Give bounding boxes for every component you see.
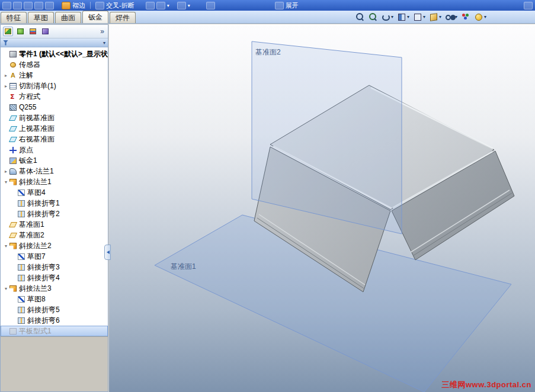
tree-item[interactable]: 平板型式1 — [1, 326, 108, 336]
section-view-button[interactable]: ▾ — [396, 12, 411, 21]
tree-item[interactable]: 草图8 — [1, 294, 108, 304]
dropdown-arrow-icon[interactable]: ▾ — [188, 3, 190, 8]
filter-dropdown-arrow-icon[interactable]: ▾ — [103, 40, 105, 46]
tree-item-label: 基准面2 — [19, 230, 44, 240]
tree-item[interactable]: 草图7 — [1, 251, 108, 262]
feature-manager-tab-icon[interactable] — [3, 27, 13, 36]
tree-item[interactable]: 基准面1 — [1, 219, 108, 230]
expand-arrow-icon[interactable]: ▸ — [3, 169, 9, 174]
previous-view-button[interactable]: ▾ — [380, 12, 395, 21]
property-manager-tab-icon[interactable] — [15, 27, 25, 36]
toolbar-icon[interactable] — [206, 2, 215, 9]
section-view-icon — [397, 12, 406, 21]
tree-item[interactable]: 斜接折弯6 — [1, 315, 108, 326]
apply-scene-button[interactable]: ▾ — [473, 12, 488, 21]
toolbar-icon[interactable] — [2, 2, 11, 9]
toolbar-icon[interactable] — [24, 2, 33, 9]
expand-arrow-icon[interactable]: ▸ — [3, 83, 9, 89]
toolbar-icon[interactable] — [156, 2, 165, 9]
tab-weldments[interactable]: 焊件 — [110, 12, 136, 23]
toolbar-icon[interactable] — [45, 2, 54, 9]
miter-flange-icon — [9, 285, 17, 293]
edit-appearance-button[interactable] — [460, 12, 472, 21]
tree-indent — [1, 107, 3, 108]
tab-sheet-metal[interactable]: 钣金 — [82, 11, 108, 23]
tree-item[interactable]: 斜接折弯2 — [1, 208, 108, 219]
tree-item[interactable]: 斜接折弯5 — [1, 304, 108, 315]
hide-show-items-icon — [445, 12, 454, 21]
hide-show-items-button[interactable]: ▾ — [444, 12, 459, 21]
tree-item[interactable]: 上视基准面 — [1, 123, 108, 134]
toolbar-icon[interactable] — [34, 2, 43, 9]
tree-item[interactable]: 右视基准面 — [1, 134, 108, 144]
tree-item[interactable]: ▸注解 — [1, 70, 108, 81]
expand-arrow-icon[interactable]: ▾ — [3, 179, 9, 185]
dropdown-arrow-icon[interactable]: ▾ — [484, 14, 486, 20]
dropdown-arrow-icon[interactable]: ▾ — [455, 14, 457, 20]
toolbar-icon[interactable] — [524, 2, 533, 9]
panel-overflow-button[interactable]: » — [100, 27, 105, 36]
tree-item-label: 方程式 — [19, 92, 40, 102]
tree-item[interactable]: ▸基体-法兰1 — [1, 166, 108, 176]
configuration-manager-tab-icon[interactable] — [28, 27, 38, 36]
sketch-icon — [17, 253, 25, 261]
display-style-button[interactable]: ▾ — [428, 12, 443, 21]
origin-icon — [9, 146, 17, 154]
tree-item[interactable]: ▸切割清单(1) — [1, 81, 108, 91]
tab-features[interactable]: 特征 — [1, 12, 27, 23]
zoom-fit-button[interactable] — [354, 12, 366, 21]
panel-collapse-tab[interactable] — [104, 245, 111, 260]
tree-item[interactable]: ▾斜接法兰1 — [1, 176, 108, 187]
dropdown-arrow-icon[interactable]: ▾ — [167, 3, 169, 8]
tree-item-label: 斜接折弯3 — [27, 262, 60, 272]
tree-item-label: Q255 — [19, 103, 36, 111]
zoom-area-icon — [368, 12, 377, 21]
miter-flange-icon — [9, 178, 17, 186]
unfold-button[interactable]: 展开 — [274, 1, 300, 10]
tree-item-label: 原点 — [19, 145, 33, 155]
tree-item[interactable]: ▾斜接法兰3 — [1, 283, 108, 294]
tab-surfaces[interactable]: 曲面 — [55, 12, 81, 23]
hem-button[interactable]: 褶边 — [60, 1, 87, 10]
expand-arrow-icon[interactable]: ▾ — [3, 286, 9, 291]
dropdown-arrow-icon[interactable]: ▾ — [391, 14, 393, 20]
tree-item-label: 基准面1 — [19, 220, 44, 230]
zoom-area-button[interactable] — [367, 12, 379, 21]
toolbar-icon[interactable] — [13, 2, 22, 9]
viewport-canvas[interactable]: 基准面1 基准面2 — [109, 24, 535, 392]
view-orientation-button[interactable]: ▾ — [412, 12, 427, 21]
tree-item[interactable]: 前视基准面 — [1, 113, 108, 123]
dropdown-arrow-icon[interactable]: ▾ — [407, 14, 409, 20]
tree-item[interactable]: 斜接折弯1 — [1, 198, 108, 208]
expand-arrow-icon[interactable]: ▸ — [3, 73, 9, 78]
tree-item[interactable]: Q255 — [1, 102, 108, 113]
tree-indent — [1, 331, 3, 332]
dropdown-arrow-icon[interactable]: ▾ — [439, 14, 441, 20]
tree-item[interactable]: ▾斜接法兰2 — [1, 240, 108, 251]
part-icon — [9, 50, 17, 58]
tree-item[interactable]: 草图4 — [1, 187, 108, 198]
toolbar-icon[interactable] — [177, 2, 186, 9]
tree-item[interactable]: 斜接折弯3 — [1, 262, 108, 272]
material-icon — [9, 104, 17, 111]
sheet-metal-icon — [9, 157, 17, 165]
tree-item[interactable]: 零件1 (默认<<默认>_显示状态 — [1, 49, 108, 59]
filter-funnel-icon[interactable] — [3, 40, 8, 46]
cross-break-label: 交叉-折断 — [106, 1, 134, 10]
graphics-viewport[interactable]: 基准面1 基准面2 三维网www.3dportal.cn — [109, 24, 535, 392]
dimxpert-manager-tab-icon[interactable] — [40, 27, 50, 36]
tree-item[interactable]: 传感器 — [1, 59, 108, 70]
tree-indent — [1, 118, 3, 118]
tree-item[interactable]: 方程式 — [1, 91, 108, 102]
tree-item[interactable]: 原点 — [1, 144, 108, 155]
hem-icon — [62, 2, 71, 9]
cross-break-button[interactable]: 交叉-折断 — [94, 1, 136, 10]
tree-item[interactable]: 斜接折弯4 — [1, 272, 108, 283]
dropdown-arrow-icon[interactable]: ▾ — [423, 14, 425, 20]
toolbar-icon[interactable] — [146, 2, 155, 9]
tab-sketch[interactable]: 草图 — [28, 12, 54, 23]
tree-item[interactable]: 基准面2 — [1, 230, 108, 240]
tree-item-label: 斜接折弯1 — [27, 198, 60, 208]
expand-arrow-icon[interactable]: ▾ — [3, 243, 9, 249]
tree-item[interactable]: 钣金1 — [1, 155, 108, 166]
